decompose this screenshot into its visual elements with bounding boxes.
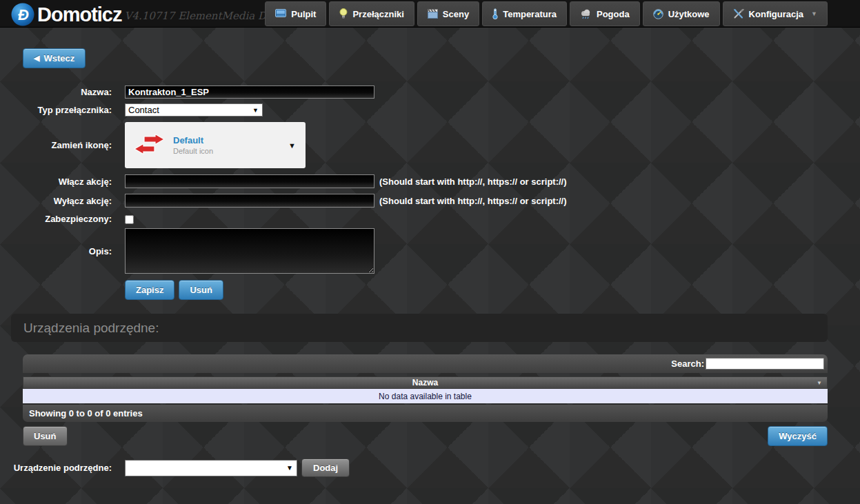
sub-devices-section-title: Urządzenia podrzędne:	[11, 314, 828, 342]
select-caret-icon: ▼	[286, 464, 293, 472]
off-action-hint: (Should start with http://, https:// or …	[379, 196, 567, 206]
weather-icon	[580, 9, 592, 19]
top-bar: Ɖ Domoticz V4.10717 ElementMedia Dark v0…	[0, 0, 860, 28]
switch-type-label: Typ przełącznika:	[0, 105, 112, 115]
remove-sub-device-button[interactable]: Usuń	[23, 426, 68, 446]
nav-przelaczniki[interactable]: Przełączniki	[329, 1, 414, 26]
dashboard-icon	[275, 9, 286, 19]
off-action-input[interactable]	[125, 194, 374, 208]
delete-button-label: Usuń	[190, 285, 212, 295]
clear-button-label: Wyczyść	[779, 431, 817, 441]
clear-sub-devices-button[interactable]: Wyczyść	[768, 426, 828, 446]
domoticz-logo-icon: Ɖ	[11, 3, 34, 26]
protected-checkbox[interactable]	[125, 215, 134, 224]
search-input[interactable]	[706, 358, 824, 370]
save-button[interactable]: Zapisz	[125, 280, 174, 300]
name-label: Nazwa:	[0, 87, 112, 97]
delete-button[interactable]: Usuń	[179, 280, 223, 300]
on-action-label: Włącz akcję:	[0, 177, 112, 187]
bulb-icon	[339, 8, 348, 19]
description-label: Opis:	[0, 228, 112, 256]
main-content: ◀ Wstecz Nazwa: Typ przełącznika: Contac…	[0, 48, 860, 477]
back-button[interactable]: ◀ Wstecz	[23, 48, 86, 68]
sub-devices-table: Search: Nazwa ▼ No data available in tab…	[23, 354, 828, 422]
description-textarea[interactable]	[125, 228, 374, 274]
column-header-label: Nazwa	[412, 378, 438, 387]
on-action-input[interactable]	[125, 174, 374, 188]
scenes-icon	[428, 9, 438, 19]
search-label: Search:	[671, 359, 704, 369]
nav-konfiguracja[interactable]: Konfiguracja ▼	[723, 1, 828, 26]
nav-label: Pulpit	[291, 9, 316, 19]
nav-sceny[interactable]: Sceny	[417, 1, 479, 26]
nav-label: Sceny	[443, 9, 469, 19]
table-toolbar: Search:	[23, 354, 828, 373]
switch-type-value: Contact	[128, 105, 159, 115]
nav-label: Temperatura	[503, 9, 557, 19]
device-edit-form: Nazwa: Typ przełącznika: Contact ▼ Zamie…	[0, 85, 860, 300]
back-button-label: Wstecz	[43, 53, 74, 63]
nav-pulpit[interactable]: Pulpit	[265, 1, 326, 26]
nav-temperatura[interactable]: Temperatura	[482, 1, 567, 26]
default-switch-icon	[133, 134, 165, 157]
remove-button-label: Usuń	[34, 431, 57, 441]
sort-caret-icon: ▼	[817, 380, 822, 386]
nav-label: Przełączniki	[352, 9, 403, 19]
setup-tools-icon	[733, 9, 744, 19]
icon-option-subtitle: Default icon	[173, 147, 213, 155]
main-nav: Pulpit Przełączniki Sceny Tem	[262, 1, 828, 26]
svg-text:Ɖ: Ɖ	[18, 6, 29, 23]
nav-pogoda[interactable]: Pogoda	[570, 1, 640, 26]
save-button-label: Zapisz	[136, 285, 163, 295]
icon-option-title: Default	[173, 135, 213, 145]
select-caret-icon: ▼	[252, 107, 259, 114]
switch-type-select[interactable]: Contact ▼	[125, 103, 263, 117]
nav-label: Konfiguracja	[749, 9, 803, 19]
name-input[interactable]	[125, 85, 374, 99]
nav-label: Pogoda	[597, 9, 630, 19]
icon-select-caret-icon: ▼	[288, 141, 296, 150]
table-info: Showing 0 to 0 of 0 entries	[23, 405, 828, 422]
add-sub-device-button[interactable]: Dodaj	[301, 458, 350, 477]
icon-label: Zamień ikonę:	[0, 140, 112, 150]
add-button-label: Dodaj	[313, 463, 338, 473]
protected-label: Zabezpieczony:	[0, 214, 112, 224]
chevron-down-icon: ▼	[811, 10, 817, 17]
nav-label: Użytkowe	[668, 9, 710, 19]
sub-device-select[interactable]: ▼	[125, 460, 297, 476]
table-empty-row: No data available in table	[23, 389, 828, 403]
utility-gauge-icon	[653, 9, 663, 19]
off-action-label: Wyłącz akcję:	[0, 196, 112, 206]
on-action-hint: (Should start with http://, https:// or …	[379, 177, 567, 187]
icon-select-dropdown[interactable]: Default Default icon ▼	[125, 122, 306, 168]
thermometer-icon	[492, 8, 498, 19]
column-header-nazwa[interactable]: Nazwa ▼	[23, 376, 828, 389]
nav-uzytkowe[interactable]: Użytkowe	[643, 1, 720, 26]
add-sub-device-label: Urządzenie podrzędne:	[0, 463, 112, 473]
back-arrow-icon: ◀	[34, 54, 39, 63]
logo-title: Domoticz	[37, 3, 122, 26]
